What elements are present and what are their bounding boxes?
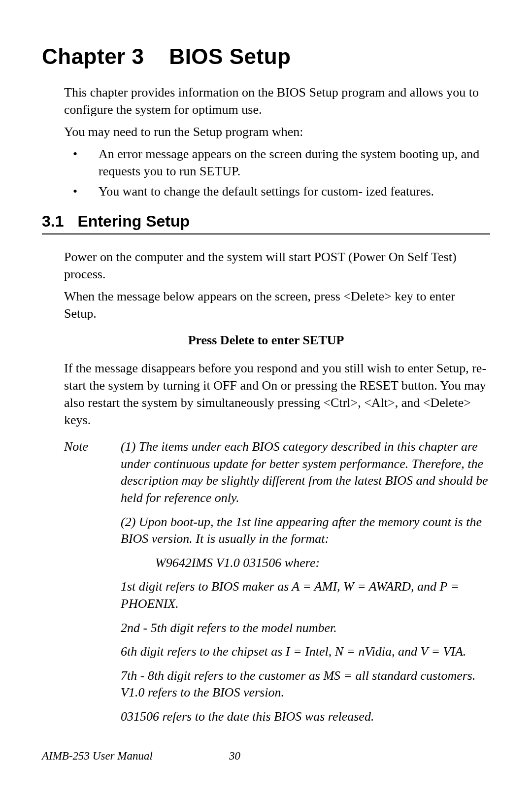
note-paragraph: (1) The items under each BIOS category d… xyxy=(121,438,490,506)
note-version-line: W9642IMS V1.0 031506 where: xyxy=(155,555,490,572)
section-heading: 3.1 Entering Setup xyxy=(42,212,490,234)
note-paragraph: 2nd - 5th digit refers to the model numb… xyxy=(121,620,490,637)
bullet-text: An error message appears on the screen d… xyxy=(99,145,490,180)
list-item: • You want to change the default setting… xyxy=(64,183,490,200)
note-label: Note xyxy=(64,438,121,732)
note-paragraph: 1st digit refers to BIOS maker as A = AM… xyxy=(121,578,490,612)
page-footer: AIMB-253 User Manual 30 xyxy=(42,750,490,763)
chapter-name: BIOS Setup xyxy=(169,44,291,68)
document-page: Chapter 3 BIOS Setup This chapter provid… xyxy=(0,0,532,732)
list-item: • An error message appears on the screen… xyxy=(64,145,490,180)
footer-page-number: 30 xyxy=(229,750,240,763)
section-paragraph-1: Power on the computer and the system wil… xyxy=(64,248,490,283)
bullet-icon: • xyxy=(64,183,99,200)
note-block: Note (1) The items under each BIOS categ… xyxy=(64,438,490,732)
chapter-title: Chapter 3 BIOS Setup xyxy=(42,44,490,69)
footer-doc-title: AIMB-253 User Manual xyxy=(42,750,229,763)
setup-prompt: Press Delete to enter SETUP xyxy=(42,333,490,348)
note-paragraph: (2) Upon boot-up, the 1st line appearing… xyxy=(121,514,490,548)
note-paragraph: 6th digit refers to the chipset as I = I… xyxy=(121,643,490,661)
section-paragraph-2: When the message below appears on the sc… xyxy=(64,288,490,322)
note-paragraph: 7th - 8th digit refers to the customer a… xyxy=(121,667,490,701)
note-paragraph: 031506 refers to the date this BIOS was … xyxy=(121,708,490,726)
bullet-list: • An error message appears on the screen… xyxy=(64,145,490,200)
intro-paragraph-1: This chapter provides information on the… xyxy=(64,84,490,118)
note-body: (1) The items under each BIOS category d… xyxy=(121,438,490,732)
section-paragraph-3: If the message disappears before you res… xyxy=(64,360,490,429)
section-title: Entering Setup xyxy=(77,212,190,231)
chapter-number: Chapter 3 xyxy=(42,44,144,68)
note-row: Note (1) The items under each BIOS categ… xyxy=(64,438,490,732)
intro-paragraph-2: You may need to run the Setup program wh… xyxy=(64,123,490,140)
bullet-icon: • xyxy=(64,145,99,180)
bullet-text: You want to change the default settings … xyxy=(99,183,490,200)
section-number: 3.1 xyxy=(42,212,64,231)
